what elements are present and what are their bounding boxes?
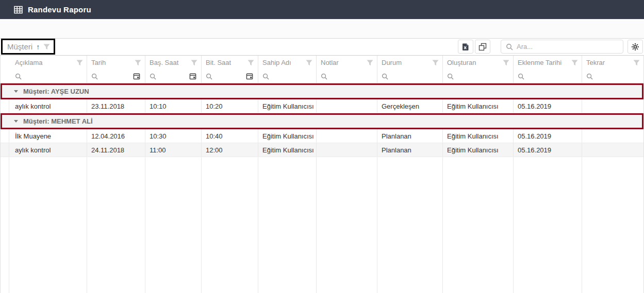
grid-body: Müşteri: AYŞE UZUNaylık kontrol23.11.201… — [1, 83, 643, 293]
cell-ba-saat: 11:00 — [145, 143, 202, 157]
cell-bit-saat: 12:00 — [202, 143, 258, 157]
column-header-durum[interactable]: Durum — [377, 56, 443, 70]
column-header-tekrar[interactable]: Tekrar — [582, 56, 643, 70]
export-excel-button[interactable] — [458, 40, 473, 54]
search-icon — [506, 43, 513, 50]
cell-eklenme-tarihi: 05.16.2019 — [514, 99, 582, 113]
column-header-label: Eklenme Tarihi — [518, 59, 562, 66]
sort-up-icon: ↑ — [36, 43, 40, 50]
search-icon[interactable] — [586, 73, 593, 80]
search-icon[interactable] — [15, 73, 22, 80]
calendar-icon[interactable] — [189, 73, 196, 80]
search-icon[interactable] — [518, 73, 524, 80]
filter-icon[interactable] — [571, 60, 578, 66]
annotation-box-group-row: Müşteri: MEHMET ALİ — [1, 113, 643, 129]
page-title: Randevu Raporu — [28, 5, 91, 14]
empty-cell — [443, 157, 514, 293]
filter-icon[interactable] — [191, 60, 197, 66]
column-header-label: Açıklama — [15, 59, 42, 66]
filter-icon[interactable] — [432, 60, 439, 66]
search-icon[interactable] — [447, 73, 454, 80]
column-header-notlar[interactable]: Notlar — [317, 56, 377, 70]
search-icon[interactable] — [262, 73, 269, 80]
toolbar-strip — [0, 19, 644, 39]
cell-olu-turan: Eğitim Kullanıcısı — [443, 129, 514, 143]
filter-icon[interactable] — [503, 60, 509, 66]
calendar-icon[interactable] — [246, 73, 253, 80]
group-chip-musteri[interactable]: Müşteri ↑ — [7, 42, 50, 51]
group-header-label: Müşteri: AYŞE UZUN — [23, 88, 89, 95]
cell-a-klama: aylık kontrol — [5, 99, 87, 113]
annotation-box-group-row: Müşteri: AYŞE UZUN — [1, 83, 643, 99]
cell-notlar — [317, 143, 377, 157]
column-header-bit-saat[interactable]: Bit. Saat — [202, 56, 258, 70]
search-icon[interactable] — [206, 73, 212, 80]
filter-cell-tarih[interactable] — [87, 70, 145, 83]
column-header-tarih[interactable]: Tarih — [87, 56, 145, 70]
column-header-label: Baş. Saat — [150, 59, 178, 66]
cell-durum: Gerçekleşen — [377, 99, 443, 113]
filter-cell-ba-saat[interactable] — [145, 70, 202, 83]
filter-icon[interactable] — [76, 60, 83, 66]
cell-olu-turan: Eğitim Kullanıcısı — [443, 143, 514, 157]
cell-ba-saat: 10:10 — [145, 99, 202, 113]
calendar-icon[interactable] — [133, 73, 140, 80]
column-header-label: Durum — [382, 59, 402, 66]
filter-icon[interactable] — [367, 60, 373, 66]
cell-tekrar — [582, 99, 643, 113]
cell-eklenme-tarihi: 05.16.2019 — [514, 129, 582, 143]
cell-notlar — [317, 99, 377, 113]
filter-cell-tekrar[interactable] — [582, 70, 643, 83]
annotation-box-group-chip: Müşteri ↑ — [1, 39, 55, 55]
cell-bit-saat: 10:20 — [202, 99, 258, 113]
filter-cell-a-klama[interactable] — [5, 70, 87, 83]
table-row[interactable]: aylık kontrol24.11.201811:0012:00Eğitim … — [1, 143, 643, 157]
search-icon[interactable] — [321, 73, 327, 80]
search-icon[interactable] — [382, 73, 388, 80]
filter-cell-olu-turan[interactable] — [443, 70, 514, 83]
filter-cell-bit-saat[interactable] — [202, 70, 258, 83]
column-chooser-button[interactable] — [475, 40, 490, 54]
filter-cell-eklenme-tarihi[interactable] — [514, 70, 582, 83]
empty-cell — [258, 157, 317, 293]
empty-cell — [514, 157, 582, 293]
cell-tekrar — [582, 129, 643, 143]
cell-tekrar — [582, 143, 643, 157]
cell-olu-turan: Eğitim Kullanıcısı — [443, 99, 514, 113]
app-window: Randevu Raporu Müşteri ↑ — [0, 0, 644, 293]
cell-ba-saat: 10:30 — [145, 129, 202, 143]
filter-cell-notlar[interactable] — [317, 70, 377, 83]
group-row-m-teri-mehmet-ali[interactable]: Müşteri: MEHMET ALİ — [2, 115, 642, 128]
filter-icon[interactable] — [633, 60, 640, 66]
search-input[interactable] — [517, 43, 618, 50]
chevron-down-icon[interactable] — [14, 120, 18, 123]
filter-icon[interactable] — [135, 60, 141, 66]
table-row[interactable]: aylık kontrol23.11.201810:1010:20Eğitim … — [1, 99, 643, 113]
cell-bit-saat: 10:40 — [202, 129, 258, 143]
filter-cell-sahip-ad[interactable] — [258, 70, 317, 83]
search-icon[interactable] — [91, 73, 98, 80]
column-header-olu-turan[interactable]: Oluşturan — [443, 56, 514, 70]
column-header-ba-saat[interactable]: Baş. Saat — [145, 56, 202, 70]
cell-notlar — [317, 129, 377, 143]
cell-sahip-ad: Eğitim Kullanıcısı — [258, 99, 317, 113]
search-box — [501, 40, 623, 54]
column-header-eklenme-tarihi[interactable]: Eklenme Tarihi — [514, 56, 582, 70]
search-icon[interactable] — [150, 73, 156, 80]
chevron-down-icon[interactable] — [14, 90, 18, 93]
column-header-label: Oluşturan — [447, 59, 476, 66]
filter-funnel-icon[interactable] — [43, 44, 50, 50]
column-header-row: AçıklamaTarihBaş. SaatBit. SaatSahip Adı… — [1, 56, 643, 70]
settings-button[interactable] — [628, 40, 643, 54]
group-panel: Müşteri ↑ — [0, 39, 644, 55]
cell-durum: Planlanan — [377, 129, 443, 143]
filter-cell-durum[interactable] — [377, 70, 443, 83]
column-header-sahip-ad[interactable]: Sahip Adı — [258, 56, 317, 70]
cell-tarih: 23.11.2018 — [87, 99, 145, 113]
group-row-m-teri-ay-e-uzun[interactable]: Müşteri: AYŞE UZUN — [2, 85, 642, 98]
filter-icon[interactable] — [247, 60, 254, 66]
table-row[interactable]: İlk Muayene12.04.201610:3010:40Eğitim Ku… — [1, 129, 643, 143]
empty-cell — [582, 157, 643, 293]
column-header-a-klama[interactable]: Açıklama — [5, 56, 87, 70]
filter-icon[interactable] — [306, 60, 312, 66]
